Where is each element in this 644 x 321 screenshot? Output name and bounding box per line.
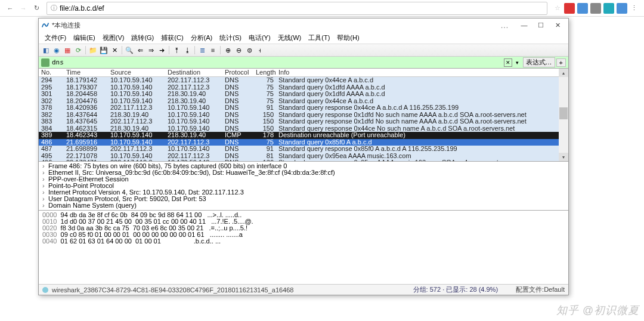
main-toolbar: ◧ ◉ ▦ ⟳ 📁 💾 ✕ 🔍 ⇐ ⇒ ➜ ⭱ ⭳ ≣ ≡ ⊕ ⊖ ⊜ ⫞ (39, 44, 568, 57)
extension-icons (564, 3, 627, 14)
menu-button[interactable]: ⋮ (627, 2, 640, 15)
stop-capture-icon[interactable]: ▦ (63, 45, 72, 55)
menu-item[interactable]: 统计(S) (216, 32, 245, 44)
list-icon[interactable]: ◧ (41, 45, 51, 55)
packet-scrollbar[interactable]: ▴ ▾ (559, 69, 568, 161)
packet-row[interactable]: 38218.437644218.30.19.4010.170.59.140DNS… (39, 112, 559, 119)
packet-row[interactable]: 29518.17930710.170.59.140202.117.112.3DN… (39, 84, 559, 91)
save-icon[interactable]: 💾 (99, 45, 109, 55)
address-bar[interactable]: ⓘ (47, 2, 547, 15)
packet-list-header[interactable]: No. Time Source Destination Protocol Len… (39, 69, 559, 77)
autoscroll-icon[interactable]: ≣ (197, 45, 207, 55)
packet-list-pane: No. Time Source Destination Protocol Len… (39, 69, 568, 162)
ext-icon[interactable] (617, 3, 627, 14)
clear-filter-button[interactable]: ✕ (504, 58, 512, 67)
prev-icon[interactable]: ⇐ (135, 45, 145, 55)
ext-icon[interactable] (564, 3, 575, 14)
forward-button[interactable]: → (17, 2, 30, 15)
packet-row[interactable]: 49622.173471202.117.112.310.170.59.140DN… (39, 159, 559, 161)
packet-bytes-pane[interactable]: 0000 94 db da 3e 8f cf 6c 0b 84 09 bc 9d… (39, 211, 568, 284)
zoom-out-icon[interactable]: ⊖ (234, 45, 243, 55)
first-icon[interactable]: ⭱ (172, 45, 181, 55)
packet-row[interactable]: 48721.698899202.117.112.310.170.59.140DN… (39, 146, 559, 153)
menu-item[interactable]: 帮助(H) (333, 32, 363, 44)
toolbar-overflow[interactable]: … (500, 20, 509, 30)
goto-icon[interactable]: ➜ (157, 45, 166, 55)
wireshark-icon (41, 21, 49, 29)
status-bar: wireshark_23867C34-8729-4C81-8E94-033208… (39, 284, 568, 295)
display-filter-input[interactable] (52, 58, 504, 66)
menu-item[interactable]: 工具(T) (305, 32, 333, 44)
profile-label[interactable]: 配置文件:Default (516, 285, 565, 294)
zoom-in-icon[interactable]: ⊕ (223, 45, 233, 55)
packet-row[interactable]: 30118.20445810.170.59.140218.30.19.40DNS… (39, 91, 559, 98)
maximize-button[interactable]: ☐ (532, 20, 549, 30)
close-file-icon[interactable]: ✕ (110, 45, 119, 55)
display-filter-bar: ✕ ▾ 表达式… + (39, 57, 568, 69)
ext-icon[interactable] (603, 3, 614, 14)
menu-bar: 文件(F)编辑(E)视图(V)跳转(G)捕获(C)分析(A)统计(S)电话(Y)… (39, 32, 568, 44)
find-icon[interactable]: 🔍 (125, 45, 134, 55)
window-title: *本地连接 (52, 21, 500, 30)
reload-button[interactable]: ↻ (30, 2, 43, 15)
menu-item[interactable]: 视图(V) (99, 32, 128, 44)
info-icon: ⓘ (51, 4, 57, 13)
menu-item[interactable]: 电话(Y) (245, 32, 274, 44)
url-input[interactable] (60, 4, 543, 13)
close-button[interactable]: ✕ (549, 20, 566, 30)
ext-icon[interactable] (590, 3, 601, 14)
minimize-button[interactable]: — (516, 20, 532, 30)
menu-item[interactable]: 分析(A) (187, 32, 216, 44)
packet-row[interactable]: 29418.17914210.170.59.140202.117.112.3DN… (39, 77, 559, 84)
packet-row[interactable]: 30218.20447610.170.59.140218.30.19.40DNS… (39, 98, 559, 105)
wireshark-window: *本地连接 … — ☐ ✕ 文件(F)编辑(E)视图(V)跳转(G)捕获(C)分… (38, 18, 569, 295)
star-button[interactable]: ☆ (551, 2, 564, 15)
expression-button[interactable]: 表达式… (523, 57, 555, 67)
restart-capture-icon[interactable]: ⟳ (73, 45, 83, 55)
menu-item[interactable]: 文件(F) (41, 32, 70, 44)
menu-item[interactable]: 捕获(C) (157, 32, 187, 44)
open-icon[interactable]: 📁 (88, 45, 98, 55)
packet-row[interactable]: 38418.462315218.30.19.4010.170.59.140DNS… (39, 125, 559, 132)
bookmark-icon[interactable] (41, 58, 49, 67)
zoom-reset-icon[interactable]: ⊜ (244, 45, 254, 55)
watermark: 知乎 @初识微夏 (556, 303, 639, 317)
apply-filter-button[interactable]: ▾ (513, 58, 522, 67)
tree-item[interactable]: ›PPP-over-Ethernet Session (42, 176, 565, 183)
expert-info-icon[interactable] (42, 287, 48, 293)
title-bar: *本地连接 … — ☐ ✕ (39, 18, 568, 32)
menu-item[interactable]: 跳转(G) (128, 32, 157, 44)
packet-row[interactable]: 48621.69591610.170.59.140202.117.112.3DN… (39, 139, 559, 146)
resize-cols-icon[interactable]: ⫞ (255, 45, 265, 55)
capture-file-label: wireshark_23867C34-8729-4C81-8E94-033208… (52, 286, 413, 294)
back-button[interactable]: ← (4, 2, 17, 15)
browser-toolbar: ← → ↻ ⓘ ☆ ⋮ (0, 0, 644, 17)
start-capture-icon[interactable]: ◉ (52, 45, 61, 55)
packet-row[interactable]: 49522.17107810.170.59.140202.117.112.3DN… (39, 153, 559, 160)
menu-item[interactable]: 编辑(E) (70, 32, 99, 44)
last-icon[interactable]: ⭳ (182, 45, 192, 55)
add-filter-button[interactable]: + (556, 58, 566, 67)
packet-row[interactable]: 38318.437645202.117.112.310.170.59.140DN… (39, 118, 559, 125)
ext-icon[interactable] (577, 3, 588, 14)
menu-item[interactable]: 无线(W) (274, 32, 305, 44)
packet-row[interactable]: 38918.46234310.170.59.140218.30.19.40ICM… (39, 132, 559, 139)
next-icon[interactable]: ⇒ (146, 45, 156, 55)
tree-item[interactable]: ›Domain Name System (query) (42, 202, 565, 209)
colorize-icon[interactable]: ≡ (208, 45, 218, 55)
packet-details-pane[interactable]: ›Frame 486: 75 bytes on wire (600 bits),… (39, 162, 568, 211)
hex-line[interactable]: 0040 01 62 01 63 01 64 00 00 01 00 01 .b… (42, 238, 565, 245)
packet-row[interactable]: 37818.420936202.117.112.310.170.59.140DN… (39, 104, 559, 112)
